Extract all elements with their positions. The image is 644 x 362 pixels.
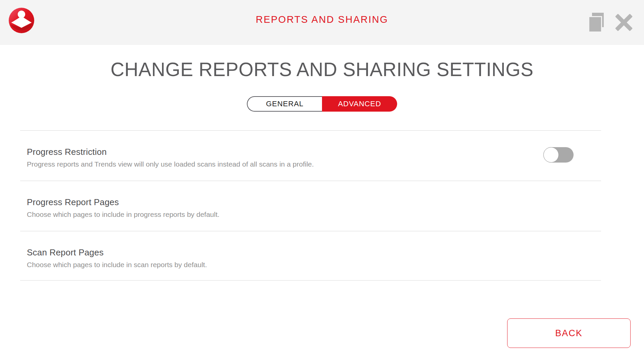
setting-row-progress-restriction[interactable]: Progress Restriction Progress reports an…	[20, 130, 601, 181]
setting-row-scan-report-pages[interactable]: Scan Report Pages Choose which pages to …	[20, 231, 601, 281]
tab-advanced[interactable]: ADVANCED	[322, 96, 397, 112]
window-title: REPORTS AND SHARING	[0, 14, 644, 25]
setting-row-progress-report-pages[interactable]: Progress Report Pages Choose which pages…	[20, 181, 601, 231]
setting-title: Progress Report Pages	[27, 197, 594, 207]
header-bar: REPORTS AND SHARING	[0, 0, 644, 45]
close-icon[interactable]	[615, 14, 633, 31]
copy-icon[interactable]	[588, 13, 604, 31]
back-button[interactable]: BACK	[507, 318, 631, 348]
toggle-knob	[543, 147, 559, 163]
settings-list: Progress Restriction Progress reports an…	[20, 130, 601, 281]
page-title: CHANGE REPORTS AND SHARING SETTINGS	[0, 59, 644, 80]
copy-icon-front-sheet	[588, 16, 602, 33]
setting-description: Choose which pages to include in progres…	[27, 210, 594, 219]
tab-general[interactable]: GENERAL	[247, 96, 322, 112]
setting-description: Choose which pages to include in scan re…	[27, 260, 594, 269]
setting-title: Scan Report Pages	[27, 247, 594, 257]
settings-tab-switch: GENERAL ADVANCED	[247, 96, 397, 112]
progress-restriction-toggle[interactable]	[543, 147, 574, 163]
setting-description: Progress reports and Trends view will on…	[27, 160, 594, 168]
setting-title: Progress Restriction	[27, 147, 594, 157]
